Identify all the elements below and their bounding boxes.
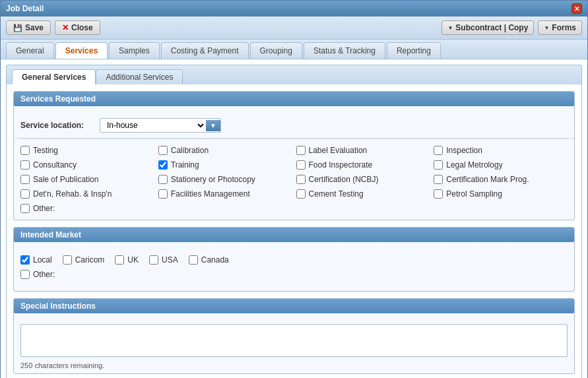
checkbox-certification-ncbj-input[interactable] (296, 175, 306, 184)
checkbox-stationery-label: Stationery or Photocopy (171, 175, 255, 184)
checkbox-other-services-label: Other: (33, 204, 55, 213)
checkbox-petrol-sampling-label: Petrol Sampling (446, 189, 502, 199)
close-label: Close (71, 23, 93, 32)
close-button[interactable]: ✕ Close (55, 20, 100, 35)
checkbox-detn-rehab: Det'n, Rehab. & Insp'n (20, 189, 154, 199)
tab-samples[interactable]: Samples (109, 42, 160, 59)
service-location-select[interactable]: In-house On-site Remote (100, 119, 206, 132)
intended-market-section: Intended Market Local Caricom (13, 227, 575, 292)
checkbox-certification-mark-input[interactable] (434, 175, 443, 184)
checkbox-caricom-input[interactable] (63, 255, 72, 265)
sub-tab-general-services[interactable]: General Services (12, 69, 96, 84)
special-instructions-header: Special Instructions (14, 299, 574, 313)
checkbox-other-market: Other: (20, 270, 55, 279)
checkbox-canada-input[interactable] (189, 255, 198, 265)
checkbox-detn-rehab-input[interactable] (20, 189, 30, 199)
checkbox-facilities-label: Facilities Management (171, 189, 250, 199)
checkbox-consultancy-input[interactable] (20, 160, 30, 170)
checkbox-sale-publication-input[interactable] (20, 175, 30, 184)
location-select-wrapper: In-house On-site Remote ▼ (100, 118, 221, 133)
checkbox-consultancy: Consultancy (20, 160, 154, 170)
checkbox-food-inspectorate-input[interactable] (296, 160, 306, 170)
checkbox-calibration-label: Calibration (171, 146, 209, 155)
checkbox-sale-publication: Sale of Publication (20, 175, 154, 184)
checkbox-facilities-input[interactable] (158, 189, 168, 199)
toolbar-right: ▼ Subcontract | Copy ▼ Forms (441, 20, 582, 35)
select-dropdown-arrow: ▼ (206, 120, 220, 131)
close-x-icon: ✕ (62, 23, 69, 32)
save-button[interactable]: 💾 Save (6, 20, 51, 35)
checkbox-local-label: Local (33, 255, 52, 265)
special-instructions-section: Special Instructions 250 characters rema… (13, 298, 575, 374)
checkbox-stationery: Stationery or Photocopy (158, 175, 292, 184)
subcontract-copy-label: Subcontract | Copy (455, 23, 528, 32)
checkbox-testing-input[interactable] (20, 146, 30, 155)
checkbox-food-inspectorate-label: Food Inspectorate (309, 160, 373, 170)
special-instructions-content: 250 characters remaining. (14, 320, 574, 373)
checkbox-training-input[interactable] (158, 160, 168, 170)
checkbox-uk: UK (115, 255, 139, 265)
checkbox-local-input[interactable] (20, 255, 30, 265)
forms-label: Forms (552, 23, 576, 32)
checkbox-facilities: Facilities Management (158, 189, 292, 199)
toolbar: 💾 Save ✕ Close ▼ Subcontract | Copy ▼ Fo… (1, 16, 587, 40)
checkbox-food-inspectorate: Food Inspectorate (296, 160, 430, 170)
intended-market-content: Local Caricom UK USA (14, 249, 574, 291)
checkbox-usa-input[interactable] (149, 255, 158, 265)
checkbox-legal-metrology-input[interactable] (434, 160, 443, 170)
save-label: Save (25, 23, 44, 32)
checkbox-other-services-input[interactable] (20, 204, 30, 213)
checkbox-label-evaluation-label: Label Evaluation (309, 146, 368, 155)
checkbox-usa: USA (149, 255, 178, 265)
checkbox-stationery-input[interactable] (158, 175, 168, 184)
window-title: Job Detail (6, 4, 44, 13)
job-detail-window: Job Detail ✕ 💾 Save ✕ Close ▼ Subcontrac… (0, 0, 588, 378)
tab-services[interactable]: Services (55, 42, 108, 59)
window-close-button[interactable]: ✕ (572, 3, 582, 14)
tab-grouping[interactable]: Grouping (250, 42, 302, 59)
content-area: General Services Additional Services Ser… (1, 59, 587, 378)
sub-tabs-bar: General Services Additional Services (6, 65, 582, 84)
checkbox-label-evaluation: Label Evaluation (296, 146, 430, 155)
checkbox-training-label: Training (171, 160, 199, 170)
checkbox-cement-testing-label: Cement Testing (309, 189, 364, 199)
checkbox-petrol-sampling: Petrol Sampling (434, 189, 568, 199)
checkbox-usa-label: USA (162, 255, 178, 265)
special-instructions-textarea[interactable] (20, 324, 568, 357)
checkbox-inspection-input[interactable] (434, 146, 443, 155)
services-checkboxes-grid: Testing Calibration Label Evaluation Ins… (14, 139, 574, 220)
checkbox-calibration-input[interactable] (158, 146, 168, 155)
checkbox-caricom: Caricom (63, 255, 105, 265)
checkbox-uk-label: UK (127, 255, 139, 265)
checkbox-uk-input[interactable] (115, 255, 124, 265)
checkbox-certification-ncbj-label: Certification (NCBJ) (309, 175, 379, 184)
market-row-1: Local Caricom UK USA (20, 255, 568, 265)
checkbox-other-market-input[interactable] (20, 270, 30, 279)
tab-costing-payment[interactable]: Costing & Payment (161, 42, 249, 59)
checkbox-certification-mark: Certification Mark Prog. (434, 175, 568, 184)
tab-status-tracking[interactable]: Status & Tracking (304, 42, 385, 59)
checkbox-detn-rehab-label: Det'n, Rehab. & Insp'n (33, 189, 112, 199)
service-location-row: Service location: In-house On-site Remot… (14, 113, 574, 139)
checkbox-petrol-sampling-input[interactable] (434, 189, 443, 199)
checkbox-caricom-label: Caricom (75, 255, 105, 265)
toolbar-left: 💾 Save ✕ Close (6, 20, 100, 35)
sub-tab-additional-services[interactable]: Additional Services (96, 69, 183, 84)
service-location-label: Service location: (20, 121, 93, 130)
market-row-2: Other: (20, 270, 568, 279)
subcontract-copy-button[interactable]: ▼ Subcontract | Copy (441, 20, 534, 35)
checkbox-canada: Canada (189, 255, 229, 265)
checkbox-legal-metrology: Legal Metrology (434, 160, 568, 170)
tab-reporting[interactable]: Reporting (387, 42, 441, 59)
checkbox-other-services: Other: (20, 204, 154, 213)
checkbox-inspection: Inspection (434, 146, 568, 155)
checkbox-training: Training (158, 160, 292, 170)
checkbox-other-market-label: Other: (33, 270, 55, 279)
checkbox-cement-testing-input[interactable] (296, 189, 306, 199)
checkbox-label-evaluation-input[interactable] (296, 146, 306, 155)
checkbox-cement-testing: Cement Testing (296, 189, 430, 199)
forms-button[interactable]: ▼ Forms (538, 20, 582, 35)
checkbox-legal-metrology-label: Legal Metrology (446, 160, 502, 170)
checkbox-inspection-label: Inspection (446, 146, 482, 155)
tab-general[interactable]: General (6, 42, 54, 59)
